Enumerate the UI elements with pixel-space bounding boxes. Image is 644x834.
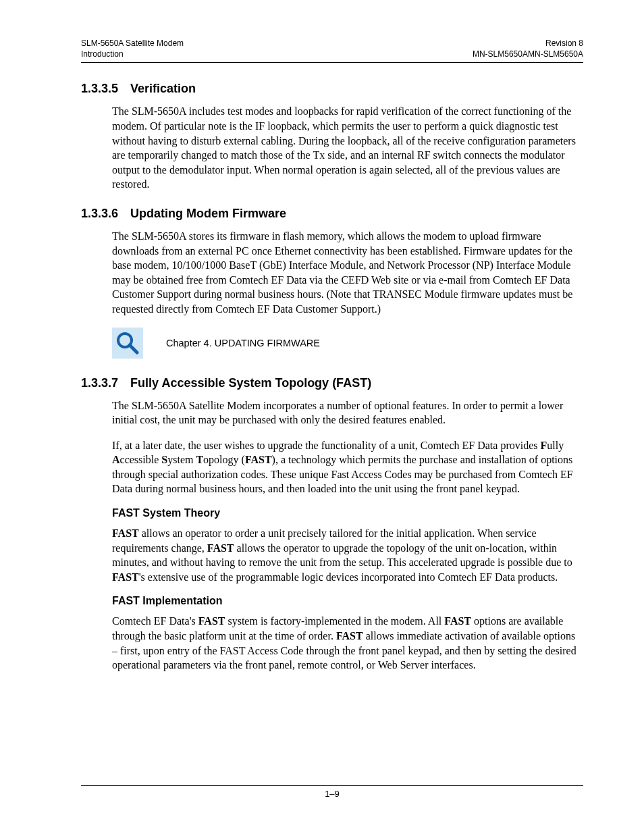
heading-title: Updating Modem Firmware — [130, 207, 286, 221]
header-docnum: MN-SLM5650AMN-SLM5650A — [473, 49, 583, 59]
document-page: SLM-5650A Satellite Modem Introduction R… — [0, 0, 644, 834]
text: ystem — [167, 454, 196, 465]
paragraph: The SLM-5650A Satellite Modem incorporat… — [112, 398, 583, 427]
paragraph: FAST allows an operator to order a unit … — [112, 526, 583, 584]
header-left: SLM-5650A Satellite Modem Introduction — [81, 38, 184, 59]
bold: FAST — [112, 527, 139, 539]
header-section: Introduction — [81, 49, 184, 59]
page-header: SLM-5650A Satellite Modem Introduction R… — [81, 38, 583, 63]
reference-callout: Chapter 4. UPDATING FIRMWARE — [112, 328, 583, 359]
heading-title: Fully Accessible System Topology (FAST) — [130, 376, 371, 390]
heading-1-3-3-7: 1.3.3.7 Fully Accessible System Topology… — [81, 376, 583, 390]
heading-1-3-3-5: 1.3.3.5 Verification — [81, 82, 583, 96]
bold: F — [540, 440, 547, 451]
heading-title: Verification — [130, 82, 196, 96]
heading-1-3-3-6: 1.3.3.6 Updating Modem Firmware — [81, 207, 583, 221]
header-right: Revision 8 MN-SLM5650AMN-SLM5650A — [473, 38, 583, 59]
text: 's extensive use of the programmable log… — [139, 571, 558, 583]
page-footer: 1–9 — [81, 785, 583, 799]
heading-number: 1.3.3.7 — [81, 376, 118, 390]
text: ully — [547, 440, 564, 451]
text: Comtech EF Data's — [112, 615, 198, 627]
text: If, at a later date, the user wishes to … — [112, 440, 540, 451]
text: ccessible — [120, 454, 162, 465]
subheading-fast-implementation: FAST Implementation — [112, 595, 583, 607]
page-number: 1–9 — [325, 789, 340, 799]
paragraph: If, at a later date, the user wishes to … — [112, 438, 583, 496]
heading-number: 1.3.3.6 — [81, 207, 118, 221]
magnifier-icon — [112, 328, 143, 359]
heading-number: 1.3.3.5 — [81, 82, 118, 96]
paragraph: The SLM-5650A stores its firmware in fla… — [112, 229, 583, 317]
bold: A — [112, 454, 120, 465]
subheading-fast-theory: FAST System Theory — [112, 507, 583, 519]
bold: FAST — [112, 571, 139, 583]
bold: FAST — [198, 615, 225, 627]
bold: FAST — [336, 630, 363, 642]
bold: S — [161, 454, 167, 465]
header-revision: Revision 8 — [473, 38, 583, 49]
text: system is factory-implemented in the mod… — [225, 615, 444, 627]
paragraph: The SLM-5650A includes test modes and lo… — [112, 104, 583, 192]
header-product: SLM-5650A Satellite Modem — [81, 38, 184, 49]
bold: FAST — [207, 542, 234, 554]
text: opology ( — [203, 454, 245, 465]
paragraph: Comtech EF Data's FAST system is factory… — [112, 614, 583, 672]
svg-line-1 — [130, 345, 137, 353]
bold: FAST — [245, 454, 272, 465]
callout-text: Chapter 4. UPDATING FIRMWARE — [166, 338, 320, 348]
bold: T — [196, 454, 203, 465]
bold: FAST — [444, 615, 471, 627]
